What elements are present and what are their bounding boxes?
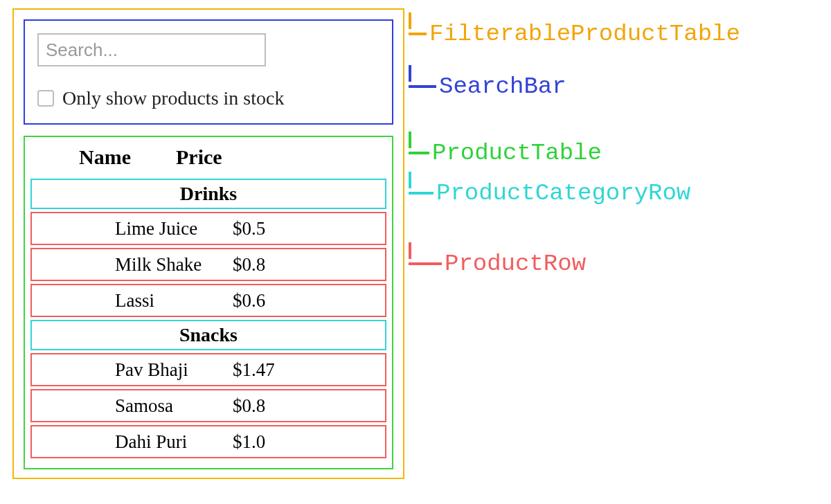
label-text: ProductRow — [442, 251, 586, 277]
connector-icon — [409, 73, 436, 100]
product-row: Lassi $0.6 — [30, 284, 386, 317]
product-row: Samosa $0.8 — [30, 389, 386, 422]
product-category-row: Drinks — [30, 179, 386, 209]
product-price: $1.0 — [233, 431, 265, 453]
product-price: $0.5 — [233, 218, 265, 240]
diagram-canvas: Only show products in stock Name Price D… — [0, 0, 831, 504]
label-search-bar: SearchBar — [409, 73, 566, 100]
product-name: Lassi — [115, 290, 233, 312]
product-name: Lime Juice — [115, 218, 233, 240]
product-row: Lime Juice $0.5 — [30, 212, 386, 245]
connector-icon — [409, 251, 442, 277]
product-name: Milk Shake — [115, 254, 233, 276]
product-name: Pav Bhaji — [115, 359, 233, 381]
product-price: $0.8 — [233, 254, 265, 276]
label-text: ProductTable — [429, 140, 602, 166]
product-name: Samosa — [115, 395, 233, 417]
product-name: Dahi Puri — [115, 431, 233, 453]
label-text: FilterableProductTable — [427, 21, 740, 47]
search-bar-box: Only show products in stock — [24, 19, 393, 125]
connector-icon — [409, 21, 427, 47]
label-text: SearchBar — [436, 73, 566, 100]
in-stock-filter-row: Only show products in stock — [37, 87, 379, 109]
product-row: Pav Bhaji $1.47 — [30, 353, 386, 386]
product-row: Milk Shake $0.8 — [30, 248, 386, 281]
label-product-category-row: ProductCategoryRow — [409, 180, 690, 206]
label-text: ProductCategoryRow — [434, 180, 690, 206]
product-row: Dahi Puri $1.0 — [30, 425, 386, 458]
search-input[interactable] — [37, 33, 266, 66]
product-table-box: Name Price Drinks Lime Juice $0.5 Milk S… — [24, 136, 393, 469]
in-stock-checkbox-label: Only show products in stock — [62, 87, 284, 109]
in-stock-checkbox[interactable] — [37, 90, 54, 107]
product-category-row: Snacks — [30, 320, 386, 350]
filterable-product-table-box: Only show products in stock Name Price D… — [12, 8, 404, 479]
column-header-price: Price — [176, 145, 222, 169]
category-label: Snacks — [179, 324, 238, 346]
connector-icon — [409, 140, 429, 166]
category-label: Drinks — [180, 183, 237, 205]
product-price: $1.47 — [233, 359, 275, 381]
connector-icon — [409, 180, 434, 206]
column-header-name: Name — [79, 145, 176, 169]
product-price: $0.8 — [233, 395, 265, 417]
product-price: $0.6 — [233, 290, 265, 312]
product-table-header: Name Price — [30, 143, 386, 176]
label-product-table: ProductTable — [409, 140, 602, 166]
label-filterable-product-table: FilterableProductTable — [409, 21, 740, 47]
label-product-row: ProductRow — [409, 251, 586, 277]
